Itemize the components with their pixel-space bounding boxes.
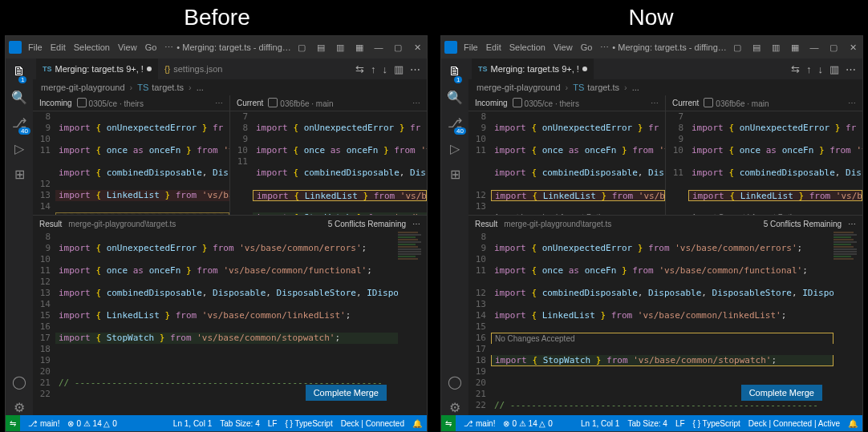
breadcrumb-root[interactable]: merge-git-playground [41,83,125,92]
complete-merge-button[interactable]: Complete Merge [306,385,387,401]
codelens-accept-current[interactable]: Accept Current | Accept Both [688,212,862,215]
menu-selection[interactable]: Selection [509,42,546,53]
up-arrow-icon[interactable]: ↑ [371,63,376,75]
menu-edit[interactable]: Edit [486,42,501,53]
deck-status[interactable]: Deck | Connected | Active [748,419,840,428]
breadcrumb-root[interactable]: merge-git-playground [477,83,561,92]
tab-merging-target[interactable]: TS Merging: target.ts 9+, ! [36,59,158,79]
editor-tabs: TS Merging: target.ts 9+, ! {} settings.… [33,59,427,79]
layout-icon[interactable]: ▦ [789,42,801,53]
layout-icon[interactable]: ▥ [334,42,347,53]
extensions-icon[interactable]: ⊞ [11,166,27,182]
menu-more[interactable]: ⋯ [600,42,609,53]
cursor-pos[interactable]: Ln 1, Col 1 [581,419,619,428]
current-code[interactable]: 7891011 import { onUnexpectedError } fr … [230,111,427,215]
more-icon[interactable]: ⋯ [412,220,420,228]
more-icon[interactable]: ⋯ [215,99,223,107]
account-icon[interactable]: ◯ [11,373,27,390]
incoming-ref: 0305/ce · theirs [513,98,579,108]
split-icon[interactable]: ⇆ [355,63,364,75]
branch-status[interactable]: ⎇ main! [464,419,495,428]
menu-view[interactable]: View [118,42,137,53]
bell-icon[interactable]: 🔔 [412,419,422,428]
more-icon[interactable]: ⋯ [651,99,659,107]
split-editor-icon[interactable]: ▥ [394,63,404,75]
extensions-icon[interactable]: ⊞ [447,166,463,182]
settings-icon[interactable]: ⚙ [447,399,463,415]
up-arrow-icon[interactable]: ↑ [806,63,812,75]
account-icon[interactable]: ◯ [447,373,463,390]
menu-view[interactable]: View [554,42,573,53]
search-icon[interactable]: 🔍 [11,89,27,105]
current-code[interactable]: 7891011 import { onUnexpectedError } fr … [666,111,862,215]
layout-icon[interactable]: ▢ [731,42,744,53]
current-ref: 036fb6e · main [268,98,333,108]
codelens-accept-incoming[interactable]: Accept Incoming | Accept Both [491,212,665,215]
layout-icon[interactable]: ▢ [295,42,308,53]
problems-status[interactable]: ⊗ 0 ⚠ 14 △ 0 [67,419,116,428]
tab-size[interactable]: Tab Size: 4 [220,419,259,428]
window-title: • Merging: target.ts - diffing-data... [609,42,731,52]
encoding[interactable]: LF [268,419,278,428]
incoming-code[interactable]: 8910111213 import { onUnexpectedError } … [468,111,665,215]
search-icon[interactable]: 🔍 [447,89,463,105]
language-mode[interactable]: { } TypeScript [693,419,740,428]
language-mode[interactable]: { } TypeScript [285,419,332,428]
down-arrow-icon[interactable]: ↓ [818,63,824,75]
menu-file[interactable]: File [28,42,43,53]
tab-size[interactable]: Tab Size: 4 [627,419,667,428]
menu-more[interactable]: ⋯ [164,42,173,53]
remote-icon[interactable]: ⇋ [441,415,456,431]
tab-settings-json[interactable]: {} settings.json [158,59,229,79]
incoming-code[interactable]: 891011121314 import { onUnexpectedError … [33,111,229,215]
maximize-icon[interactable]: ▢ [391,42,404,53]
result-pane: Result merge-git-playground\target.ts 5 … [33,216,427,415]
layout-icon[interactable]: ▤ [750,42,763,53]
more-icon[interactable]: ⋯ [848,220,856,228]
minimize-icon[interactable]: — [808,42,821,52]
menu-go[interactable]: Go [581,42,593,53]
more-icon[interactable]: ⋯ [412,99,420,107]
debug-icon[interactable]: ▷ [447,140,463,156]
label-now: Now [434,5,868,30]
more-icon[interactable]: ⋯ [848,99,856,107]
branch-status[interactable]: ⎇ main! [28,419,59,428]
more-icon[interactable]: ⋯ [410,63,420,75]
tab-label: Merging: target.ts 9+, ! [491,64,579,74]
layout-icon[interactable]: ▦ [353,42,366,53]
menu-go[interactable]: Go [145,42,157,53]
breadcrumb-file[interactable]: target.ts [587,83,619,92]
down-arrow-icon[interactable]: ↓ [383,63,388,75]
layout-icon[interactable]: ▥ [769,42,782,53]
close-icon[interactable]: ✕ [846,42,859,53]
cursor-pos[interactable]: Ln 1, Col 1 [173,419,212,428]
minimap[interactable] [834,232,862,415]
more-icon[interactable]: ⋯ [846,63,856,75]
app-menu[interactable]: File Edit Selection View Go ⋯ [28,42,173,53]
close-icon[interactable]: ✕ [411,42,424,53]
debug-icon[interactable]: ▷ [11,140,27,156]
minimize-icon[interactable]: — [372,42,385,52]
app-menu[interactable]: File Edit Selection View Go ⋯ [464,42,609,53]
minimap[interactable] [398,232,427,415]
settings-icon[interactable]: ⚙ [11,399,27,415]
bell-icon[interactable]: 🔔 [848,419,858,428]
maximize-icon[interactable]: ▢ [827,42,840,53]
menu-edit[interactable]: Edit [51,42,66,53]
encoding[interactable]: LF [675,419,685,428]
breadcrumb[interactable]: merge-git-playground TS target.ts ... [33,79,427,95]
tab-merging-target[interactable]: TS Merging: target.ts 9+, ! [472,59,594,79]
breadcrumb[interactable]: merge-git-playground TS target.ts ... [468,79,862,95]
remote-icon[interactable]: ⇋ [6,415,20,431]
complete-merge-button[interactable]: Complete Merge [741,385,822,401]
split-editor-icon[interactable]: ▥ [829,63,839,75]
split-icon[interactable]: ⇆ [791,63,800,75]
deck-status[interactable]: Deck | Connected [341,419,404,428]
menu-file[interactable]: File [464,42,478,53]
menu-selection[interactable]: Selection [74,42,110,53]
status-bar: ⇋ ⎇ main! ⊗ 0 ⚠ 14 △ 0 Ln 1, Col 1 Tab S… [6,415,427,431]
problems-status[interactable]: ⊗ 0 ⚠ 14 △ 0 [503,419,552,428]
breadcrumb-file[interactable]: target.ts [152,83,184,92]
layout-icon[interactable]: ▤ [314,42,327,53]
explorer-badge: 1 [18,76,26,83]
